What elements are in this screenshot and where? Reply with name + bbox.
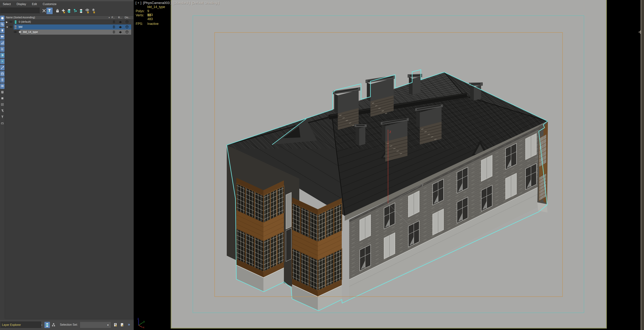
svg-text:x: x xyxy=(143,326,144,329)
sort-ascending-icon[interactable]: ▲ xyxy=(108,16,110,18)
explorer-mode-label: Layer Explorer xyxy=(0,323,21,327)
viewport-menu-camera[interactable]: [PhysCamera003 ] xyxy=(143,1,172,5)
display-notes-icon[interactable] xyxy=(0,90,4,95)
display-cell-icon[interactable] xyxy=(125,30,129,34)
display-shapes-icon[interactable] xyxy=(0,22,4,27)
clear-search-icon[interactable] xyxy=(41,7,47,14)
display-frozen-icon[interactable] xyxy=(0,77,4,83)
freeze-cell-icon[interactable] xyxy=(112,25,116,29)
column-display[interactable]: Dis... xyxy=(125,16,130,19)
nest-layer-icon[interactable] xyxy=(72,7,78,14)
explorer-mode-arrow-icon[interactable]: ▾ xyxy=(41,324,42,326)
display-helpers-icon[interactable] xyxy=(0,40,4,46)
explorer-footer: Layer Explorer ▾ Selection Set: ▼ » xyxy=(0,320,134,330)
display-cell-icon[interactable] xyxy=(125,20,129,24)
tree-column-header[interactable]: Name (Sorted Ascending)▲F...R...Dis... xyxy=(5,16,134,19)
display-xrefs-icon[interactable] xyxy=(0,59,4,64)
selection-set-dropdown[interactable]: ▼ xyxy=(80,322,111,328)
stats-polys-label: Polys: xyxy=(136,9,144,13)
column-separator xyxy=(111,16,111,19)
tree-row-0-default-[interactable]: ▶0 (default) xyxy=(5,19,134,24)
expand-arrow-icon[interactable]: ▼ xyxy=(6,26,8,28)
viewport-label: [ + ][PhysCamera003 ][Standard ][Default… xyxy=(136,1,219,5)
visibility-eye-icon[interactable] xyxy=(9,25,13,29)
menu-item-customize[interactable]: Customize xyxy=(40,2,60,6)
svg-text:z: z xyxy=(138,317,139,320)
renderable-cell-icon[interactable] xyxy=(118,30,122,34)
filter-config-icon[interactable] xyxy=(0,108,4,113)
display-geometry-icon[interactable] xyxy=(0,15,4,21)
application-window: SelectDisplayEditCustomize Name (Sorted … xyxy=(0,0,644,330)
display-probes-icon[interactable] xyxy=(0,52,4,58)
explorer-search-row xyxy=(0,7,134,15)
expand-panel-arrow-icon[interactable] xyxy=(638,30,641,34)
display-bones-icon[interactable] xyxy=(0,65,4,70)
column-name[interactable]: Name (Sorted Ascending) xyxy=(6,16,35,19)
select-filter-icon[interactable] xyxy=(46,7,52,14)
collapsed-command-panel[interactable] xyxy=(641,0,644,330)
add-to-active-layer-icon[interactable] xyxy=(66,7,72,14)
explorer-mode-dropdown[interactable]: Layer Explorer xyxy=(0,322,41,328)
renderable-cell-icon[interactable] xyxy=(118,25,122,29)
scene-tree: Name (Sorted Ascending)▲F...R...Dis... ▶… xyxy=(5,15,134,319)
filter-funnel-icon[interactable] xyxy=(0,114,4,120)
layer-stack-icon[interactable] xyxy=(78,7,84,14)
freeze-cell-icon[interactable] xyxy=(112,30,116,34)
row-label[interactable]: bld xyxy=(19,25,22,28)
display-containers-icon[interactable] xyxy=(0,71,4,76)
show-all-layers-icon[interactable] xyxy=(84,7,90,14)
menu-item-select[interactable]: Select xyxy=(0,2,14,6)
display-lights-icon[interactable] xyxy=(0,28,4,33)
scene-explorer-panel: SelectDisplayEditCustomize Name (Sorted … xyxy=(0,0,134,330)
menu-item-display[interactable]: Display xyxy=(14,2,29,6)
visibility-eye-icon[interactable] xyxy=(9,20,13,24)
selection-set-label: Selection Set: xyxy=(60,323,78,326)
display-filter-toolbar xyxy=(0,15,5,139)
layer-teal-icon xyxy=(14,20,18,24)
tree-row-bld[interactable]: ▼bld xyxy=(5,24,134,29)
hierarchy-mode-button[interactable] xyxy=(51,322,56,328)
row-label[interactable]: 0 (default) xyxy=(19,20,31,23)
display-cell-icon[interactable] xyxy=(125,25,129,29)
expand-arrow-icon[interactable]: ▶ xyxy=(6,21,8,23)
renderable-cell-icon[interactable] xyxy=(118,20,122,24)
svg-text:y: y xyxy=(143,320,145,323)
stats-object-name: bld_14_type xyxy=(147,5,165,9)
stats-verts-value: 12 483 xyxy=(147,13,153,21)
row-label[interactable]: bld_14_type xyxy=(23,30,38,33)
display-cameras-icon[interactable] xyxy=(0,34,4,39)
viewport-menu-general[interactable]: [ + ] xyxy=(136,1,141,5)
pick-object-button[interactable] xyxy=(119,322,125,328)
stats-fps-value: Inactive xyxy=(147,22,158,26)
stats-fps-label: FPS: xyxy=(136,22,143,26)
stats-verts-label: Verts: xyxy=(136,13,144,17)
create-new-layer-icon[interactable] xyxy=(60,7,66,14)
display-battlement-icon[interactable] xyxy=(0,120,4,126)
viewport-menu-renderer[interactable]: [Standard ] xyxy=(173,1,190,5)
tree-row-bld-14-type[interactable]: bld_14_type xyxy=(5,29,134,35)
menu-item-edit[interactable]: Edit xyxy=(29,2,40,6)
display-swatch-icon[interactable] xyxy=(0,96,4,101)
search-input[interactable] xyxy=(0,7,40,14)
display-hidden-icon[interactable] xyxy=(0,83,4,89)
lock-layers-icon[interactable] xyxy=(54,7,60,14)
column-render[interactable]: R... xyxy=(118,16,122,19)
freeze-cell-icon[interactable] xyxy=(112,20,116,24)
display-spacewarps-icon[interactable] xyxy=(0,46,4,52)
explorer-menubar: SelectDisplayEditCustomize xyxy=(0,1,134,7)
active-viewport-border-right xyxy=(606,0,607,329)
column-frozen[interactable]: F... xyxy=(112,16,115,19)
layer-mode-button[interactable] xyxy=(44,322,50,328)
dropdown-arrow-icon[interactable]: ▼ xyxy=(107,324,109,326)
sphere-icon xyxy=(18,30,22,34)
toolbar-overflow-chevron[interactable]: » xyxy=(128,322,130,327)
freeze-layers-icon[interactable] xyxy=(90,7,96,14)
display-list-icon[interactable] xyxy=(0,102,4,107)
column-separator xyxy=(117,16,118,19)
toolbar-separator xyxy=(54,8,54,14)
viewport-menu-shading[interactable]: [Default Shading ] xyxy=(192,1,219,5)
visibility-eye-icon[interactable] xyxy=(13,30,17,34)
panel-grip[interactable] xyxy=(0,0,134,1)
world-axis-tripod: z y x xyxy=(136,317,147,329)
select-by-name-button[interactable] xyxy=(113,322,118,328)
